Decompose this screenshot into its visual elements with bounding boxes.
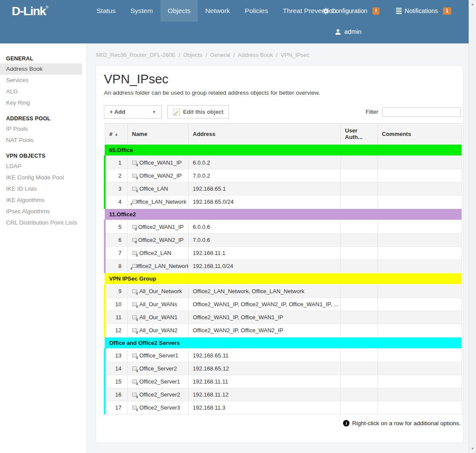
sidebar-item-crl-distribution-point-lists[interactable]: CRL Distribution Point Lists <box>0 217 82 228</box>
breadcrumb-item-m02-rec36-router-dfl-260e[interactable]: M02_Rec36_Router_DFL-260E <box>96 52 176 58</box>
table-row[interactable]: 24Office_WAN2_IP7.0.0.2 <box>105 169 462 182</box>
row-comments-cell <box>377 401 462 414</box>
table-row[interactable]: 154Office2_Server1192.168.11.11 <box>105 375 462 388</box>
table-row[interactable]: 144Office_Server2192.168.65.12 <box>105 362 462 375</box>
object-name: Office_WAN2_IP <box>140 172 182 179</box>
column-header-name[interactable]: Name <box>127 124 188 145</box>
scroll-up-arrow-icon[interactable]: ▲ <box>469 1 476 8</box>
table-row[interactable]: 164Office2_Server2192.168.11.12 <box>105 388 462 401</box>
table-row[interactable]: 64Office2_WAN2_IP7.0.0.6 <box>105 234 462 247</box>
table-body: 65.Office14Office_WAN1_IP6.0.0.224Office… <box>105 144 462 414</box>
add-button[interactable]: + Add ▼ <box>104 105 162 119</box>
sidebar-item-ldap[interactable]: LDAP <box>0 161 82 172</box>
column-header-comments[interactable]: Comments <box>377 124 462 145</box>
notifications-button[interactable]: Notifications 1 <box>396 7 451 15</box>
row-user-auth-cell <box>340 247 377 260</box>
breadcrumb-separator: / <box>179 52 180 58</box>
object-name: All_Our_Network <box>140 288 182 294</box>
row-address-cell: Office2_WAN2_IP, Office_WAN2_IP <box>188 324 340 337</box>
group-header-row[interactable]: 11.Office2 <box>105 208 462 220</box>
sidebar-item-ip-pools[interactable]: IP Pools <box>0 123 82 135</box>
footer-note-text: Right-click on a row for additional opti… <box>352 420 461 427</box>
table-row[interactable]: 114All_Our_WAN1Office2_WAN1_IP, Office_W… <box>105 311 462 324</box>
row-address-cell: 192.168.11.1 <box>188 247 340 260</box>
sidebar-item-services[interactable]: Services <box>0 75 82 86</box>
sidebar-item-ike-id-lists[interactable]: IKE ID Lists <box>0 183 82 195</box>
sidebar-item-ipsec-algorithms[interactable]: IPsec Algorithms <box>0 206 82 217</box>
row-address-cell: Office2_WAN1_IP, Office_WAN1_IP <box>188 311 340 324</box>
sidebar-item-alg[interactable]: ALG <box>0 86 82 97</box>
ipv4-address-icon: 4 <box>132 302 138 307</box>
toolbar: + Add ▼ Edit this object Filter <box>104 105 461 119</box>
row-number-cell: 5 <box>105 220 127 234</box>
column-header-user-auth[interactable]: User Auth... <box>340 124 377 145</box>
edit-object-button[interactable]: Edit this object <box>167 105 229 119</box>
row-name-cell: 4Office_WAN1_IP <box>127 156 188 169</box>
table-row[interactable]: 134Offfice_Server1192.168.65.11 <box>105 349 462 362</box>
table-row[interactable]: 174Office2_Server3192.168.11.3 <box>105 401 462 414</box>
sort-asc-icon: ▲ <box>115 132 118 136</box>
breadcrumb: M02_Rec36_Router_DFL-260E/Objects/Genera… <box>96 52 310 58</box>
table-row[interactable]: 104All_Our_WANsOffice2_WAN1_IP, Office2_… <box>105 298 462 311</box>
table-row[interactable]: 34Office_LAN192.168.65.1 <box>105 182 462 195</box>
user-menu[interactable]: admin <box>335 28 362 35</box>
sidebar-section-vpn-objects: VPN OBJECTS <box>6 153 87 159</box>
row-number-cell: 10 <box>105 298 127 311</box>
row-comments-cell <box>377 260 462 273</box>
row-user-auth-cell <box>340 284 377 298</box>
sidebar-item-ike-config-mode-pool[interactable]: IKE Config Mode Pool <box>0 172 82 183</box>
row-name-cell: 4Office2_Server3 <box>127 401 188 414</box>
group-header-row[interactable]: VPN IPSec Group <box>105 273 462 284</box>
nav-item-objects[interactable]: Objects <box>160 0 198 22</box>
group-header-row[interactable]: 65.Office <box>105 144 462 156</box>
table-row[interactable]: 54Office2_WAN1_IP6.0.0.6 <box>105 220 462 234</box>
nav-item-network[interactable]: Network <box>198 0 237 22</box>
sidebar-item-key-ring[interactable]: Key Ring <box>0 97 82 109</box>
table-row[interactable]: 44Office_LAN_Network192.168.65.0/24 <box>105 195 462 209</box>
row-comments-cell <box>377 234 462 247</box>
edit-button-label: Edit this object <box>183 109 223 115</box>
column-header-[interactable]: #▲ <box>105 124 127 145</box>
row-address-cell: 6.0.0.2 <box>188 156 340 169</box>
row-name-cell: 4Office_LAN_Network <box>127 195 188 209</box>
sidebar: GENERALAddress BookServicesALGKey RingAD… <box>0 43 87 453</box>
nav-item-policies[interactable]: Policies <box>237 0 275 22</box>
sidebar-item-ike-algorithms[interactable]: IKE Algorithms <box>0 195 82 206</box>
breadcrumb-item-address-book[interactable]: Address Book <box>238 52 273 58</box>
table-row[interactable]: 124All_Our_WAN2Office2_WAN2_IP, Office_W… <box>105 324 462 337</box>
table-row[interactable]: 94All_Our_NetworkOffice2_LAN_Network, Of… <box>105 284 462 298</box>
breadcrumb-item-vpn-ipsec[interactable]: VPN_IPsec <box>281 52 310 58</box>
add-button-label: + Add <box>110 109 125 115</box>
vertical-scrollbar[interactable]: ▲ ▼ <box>469 0 476 453</box>
sidebar-section-general: GENERAL <box>6 56 87 62</box>
ipv4-address-icon: 4 <box>132 367 138 371</box>
filter-input[interactable] <box>382 107 461 117</box>
breadcrumb-item-objects[interactable]: Objects <box>183 52 202 58</box>
row-number-cell: 12 <box>105 324 127 337</box>
row-comments-cell <box>377 324 462 337</box>
table-row[interactable]: 84Office2_LAN_Network192.168.11.0/24 <box>105 260 462 273</box>
table-row[interactable]: 14Office_WAN1_IP6.0.0.2 <box>105 156 462 169</box>
table-row[interactable]: 74Office2_LAN192.168.11.1 <box>105 247 462 260</box>
notifications-count-badge: 1 <box>443 7 451 15</box>
row-name-cell: 4All_Our_WAN1 <box>127 311 188 324</box>
nav-item-system[interactable]: System <box>123 0 160 22</box>
nav-item-status[interactable]: Status <box>89 0 123 22</box>
row-address-cell: 192.168.65.1 <box>188 182 340 195</box>
sidebar-item-nat-pools[interactable]: NAT Pools <box>0 135 82 146</box>
object-name: All_Our_WAN1 <box>140 314 178 321</box>
notifications-label: Notifications <box>405 7 438 14</box>
column-header-address[interactable]: Address <box>188 124 340 145</box>
top-navbar: D-Link® StatusSystemObjectsNetworkPolici… <box>0 0 469 43</box>
object-name: Office_LAN <box>140 185 168 192</box>
group-header-row[interactable]: Office and Office2 Servers <box>105 337 462 349</box>
breadcrumb-item-general[interactable]: General <box>210 52 230 58</box>
group-header-label: 65.Office <box>105 144 462 156</box>
configuration-button[interactable]: Configuration ! <box>323 7 379 15</box>
row-name-cell: 4All_Our_Network <box>127 284 188 298</box>
table-header: #▲NameAddressUser Auth...Comments <box>105 124 462 145</box>
sidebar-section-address-pool: ADDRESS POOL <box>6 116 87 122</box>
row-number-cell: 3 <box>105 182 127 195</box>
sidebar-item-address-book[interactable]: Address Book <box>0 63 82 75</box>
scroll-down-arrow-icon[interactable]: ▼ <box>469 445 476 452</box>
